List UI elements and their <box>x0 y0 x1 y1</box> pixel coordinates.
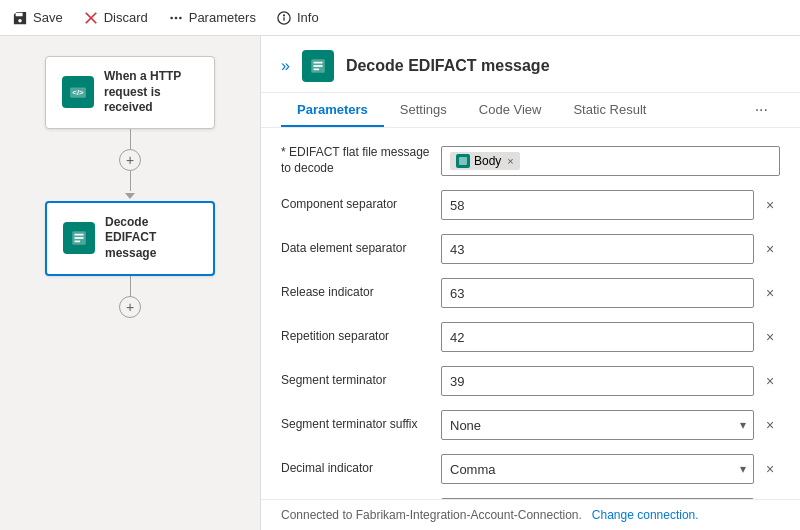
save-icon <box>12 10 28 26</box>
parameters-label: Parameters <box>189 10 256 25</box>
save-label: Save <box>33 10 63 25</box>
decimal-indicator-clear[interactable]: × <box>760 459 780 479</box>
edifact-flat-file-row: * EDIFACT flat file message to decode Bo… <box>281 144 780 178</box>
svg-rect-18 <box>459 157 467 165</box>
connector-1: + <box>119 129 141 201</box>
footer-text-static: Connected to Fabrikam-Integration-Accoun… <box>281 508 582 522</box>
release-indicator-row: Release indicator × <box>281 276 780 310</box>
segment-terminator-row: Segment terminator × <box>281 364 780 398</box>
data-element-separator-clear[interactable]: × <box>760 239 780 259</box>
release-indicator-input[interactable] <box>441 278 754 308</box>
payload-charset-control: Legacy UTF-8 UTF-16 ▾ × <box>441 498 780 499</box>
data-element-separator-input[interactable] <box>441 234 754 264</box>
decimal-indicator-select[interactable]: Comma Period <box>441 454 754 484</box>
tabs-bar: Parameters Settings Code View Static Res… <box>261 93 800 128</box>
info-icon <box>276 10 292 26</box>
data-element-separator-row: Data element separator × <box>281 232 780 266</box>
release-indicator-control: × <box>441 278 780 308</box>
expand-icon[interactable]: » <box>281 57 290 75</box>
body-tag-close[interactable]: × <box>507 155 513 167</box>
body-tag: Body × <box>450 152 520 170</box>
segment-terminator-suffix-control: None CR LF CRLF ▾ × <box>441 410 780 440</box>
segment-terminator-suffix-select-wrap: None CR LF CRLF ▾ <box>441 410 754 440</box>
repetition-separator-label: Repetition separator <box>281 329 441 345</box>
decimal-indicator-row: Decimal indicator Comma Period ▾ × <box>281 452 780 486</box>
footer-connection-info: Connected to Fabrikam-Integration-Accoun… <box>261 499 800 530</box>
main-layout: </> When a HTTP request is received + <box>0 36 800 530</box>
tab-static-result[interactable]: Static Result <box>557 94 662 127</box>
data-element-separator-control: × <box>441 234 780 264</box>
body-tag-label: Body <box>474 154 501 168</box>
discard-button[interactable]: Discard <box>83 10 148 26</box>
repetition-separator-clear[interactable]: × <box>760 327 780 347</box>
edifact-flat-file-input[interactable]: Body × <box>441 146 780 176</box>
release-indicator-clear[interactable]: × <box>760 283 780 303</box>
discard-label: Discard <box>104 10 148 25</box>
repetition-separator-input[interactable] <box>441 322 754 352</box>
parameters-button[interactable]: Parameters <box>168 10 256 26</box>
edifact-node-label: Decode EDIFACT message <box>105 215 197 262</box>
panel-header: » Decode EDIFACT message <box>261 36 800 93</box>
http-trigger-icon: </> <box>62 76 94 108</box>
decimal-indicator-select-wrap: Comma Period ▾ <box>441 454 754 484</box>
segment-terminator-suffix-row: Segment terminator suffix None CR LF CRL… <box>281 408 780 442</box>
segment-terminator-input[interactable] <box>441 366 754 396</box>
connector-line-3 <box>130 276 131 296</box>
edifact-node[interactable]: Decode EDIFACT message <box>45 201 215 276</box>
svg-text:</>: </> <box>72 89 84 98</box>
form-content: * EDIFACT flat file message to decode Bo… <box>261 128 800 499</box>
segment-terminator-suffix-select[interactable]: None CR LF CRLF <box>441 410 754 440</box>
connector-line-2 <box>130 171 131 191</box>
parameters-icon <box>168 10 184 26</box>
edifact-flat-file-control: Body × <box>441 146 780 176</box>
data-element-separator-label: Data element separator <box>281 241 441 257</box>
info-label: Info <box>297 10 319 25</box>
svg-point-4 <box>179 16 182 19</box>
component-separator-clear[interactable]: × <box>760 195 780 215</box>
tab-settings[interactable]: Settings <box>384 94 463 127</box>
panel-title: Decode EDIFACT message <box>346 57 550 75</box>
svg-point-2 <box>174 16 177 19</box>
tab-code-view[interactable]: Code View <box>463 94 558 127</box>
edifact-icon <box>63 222 95 254</box>
connector-2: + <box>119 276 141 318</box>
component-separator-input[interactable] <box>441 190 754 220</box>
add-between-button-2[interactable]: + <box>119 296 141 318</box>
payload-charset-select[interactable]: Legacy UTF-8 UTF-16 <box>441 498 754 499</box>
decimal-indicator-label: Decimal indicator <box>281 461 441 477</box>
component-separator-label: Component separator <box>281 197 441 213</box>
svg-point-3 <box>170 16 173 19</box>
change-connection-link[interactable]: Change connection. <box>592 508 699 522</box>
decimal-indicator-control: Comma Period ▾ × <box>441 454 780 484</box>
release-indicator-label: Release indicator <box>281 285 441 301</box>
edifact-flat-file-label: * EDIFACT flat file message to decode <box>281 145 441 176</box>
repetition-separator-row: Repetition separator × <box>281 320 780 354</box>
discard-icon <box>83 10 99 26</box>
component-separator-control: × <box>441 190 780 220</box>
svg-point-7 <box>283 14 284 15</box>
payload-charset-select-wrap: Legacy UTF-8 UTF-16 ▾ <box>441 498 754 499</box>
segment-terminator-label: Segment terminator <box>281 373 441 389</box>
segment-terminator-clear[interactable]: × <box>760 371 780 391</box>
add-between-button-1[interactable]: + <box>119 149 141 171</box>
body-tag-icon <box>456 154 470 168</box>
tab-parameters[interactable]: Parameters <box>281 94 384 127</box>
info-button[interactable]: Info <box>276 10 319 26</box>
repetition-separator-control: × <box>441 322 780 352</box>
tab-more-button[interactable]: ··· <box>743 93 780 127</box>
http-trigger-node[interactable]: </> When a HTTP request is received <box>45 56 215 129</box>
arrow-1 <box>125 193 135 199</box>
http-trigger-label: When a HTTP request is received <box>104 69 198 116</box>
save-button[interactable]: Save <box>12 10 63 26</box>
right-panel: » Decode EDIFACT message Parameters Sett… <box>260 36 800 530</box>
segment-terminator-suffix-clear[interactable]: × <box>760 415 780 435</box>
connector-line-1 <box>130 129 131 149</box>
component-separator-row: Component separator × <box>281 188 780 222</box>
toolbar: Save Discard Parameters Info <box>0 0 800 36</box>
left-panel: </> When a HTTP request is received + <box>0 36 260 530</box>
segment-terminator-control: × <box>441 366 780 396</box>
segment-terminator-suffix-label: Segment terminator suffix <box>281 417 441 433</box>
panel-title-icon <box>302 50 334 82</box>
